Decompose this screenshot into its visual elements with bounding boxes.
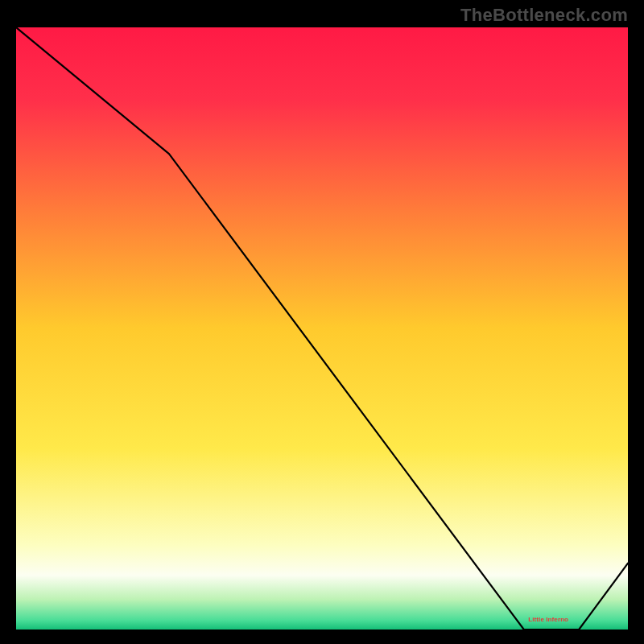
chart-container: TheBottleneck.com Little Inferno (0, 0, 644, 644)
watermark-text: TheBottleneck.com (460, 5, 628, 26)
gradient-background (16, 27, 628, 630)
valley-annotation: Little Inferno (528, 616, 568, 623)
chart-svg: Little Inferno (16, 27, 628, 630)
plot-area: Little Inferno (16, 27, 628, 630)
